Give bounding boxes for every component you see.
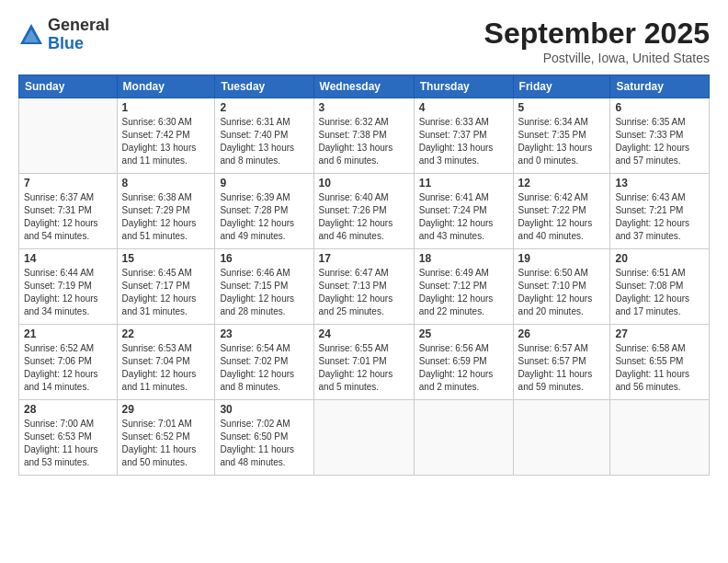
- day-detail: Sunrise: 6:47 AM Sunset: 7:13 PM Dayligh…: [319, 267, 409, 318]
- day-cell: 29Sunrise: 7:01 AM Sunset: 6:52 PM Dayli…: [117, 400, 215, 476]
- day-cell: 25Sunrise: 6:56 AM Sunset: 6:59 PM Dayli…: [414, 325, 513, 400]
- day-number: 29: [122, 403, 210, 416]
- header-wednesday: Wednesday: [313, 75, 414, 98]
- day-number: 16: [220, 252, 308, 265]
- day-detail: Sunrise: 7:00 AM Sunset: 6:53 PM Dayligh…: [24, 418, 112, 469]
- day-detail: Sunrise: 6:31 AM Sunset: 7:40 PM Dayligh…: [220, 116, 308, 167]
- day-detail: Sunrise: 6:35 AM Sunset: 7:33 PM Dayligh…: [615, 116, 704, 167]
- day-number: 25: [419, 327, 508, 340]
- day-detail: Sunrise: 6:46 AM Sunset: 7:15 PM Dayligh…: [220, 267, 308, 318]
- day-detail: Sunrise: 6:44 AM Sunset: 7:19 PM Dayligh…: [24, 267, 112, 318]
- day-cell: 17Sunrise: 6:47 AM Sunset: 7:13 PM Dayli…: [313, 249, 414, 325]
- week-row-4: 21Sunrise: 6:52 AM Sunset: 7:06 PM Dayli…: [19, 325, 710, 400]
- logo: General Blue: [18, 17, 109, 53]
- logo-blue: Blue: [48, 35, 109, 53]
- day-detail: Sunrise: 7:02 AM Sunset: 6:50 PM Dayligh…: [220, 418, 308, 469]
- day-number: 14: [24, 252, 112, 265]
- day-cell: [513, 400, 610, 476]
- day-detail: Sunrise: 6:39 AM Sunset: 7:28 PM Dayligh…: [220, 191, 308, 243]
- week-row-3: 14Sunrise: 6:44 AM Sunset: 7:19 PM Dayli…: [19, 249, 710, 325]
- header: General Blue September 2025 Postville, I…: [18, 17, 710, 65]
- day-cell: 10Sunrise: 6:40 AM Sunset: 7:26 PM Dayli…: [313, 174, 414, 249]
- day-cell: 8Sunrise: 6:38 AM Sunset: 7:29 PM Daylig…: [117, 174, 215, 249]
- day-number: 20: [615, 252, 704, 265]
- day-number: 3: [319, 101, 409, 114]
- day-cell: 20Sunrise: 6:51 AM Sunset: 7:08 PM Dayli…: [610, 249, 710, 325]
- day-number: 10: [319, 177, 409, 190]
- logo-text: General Blue: [48, 17, 109, 53]
- day-detail: Sunrise: 6:49 AM Sunset: 7:12 PM Dayligh…: [419, 267, 508, 318]
- day-number: 21: [24, 327, 112, 340]
- day-cell: 16Sunrise: 6:46 AM Sunset: 7:15 PM Dayli…: [215, 249, 313, 325]
- day-number: 7: [24, 177, 112, 190]
- day-detail: Sunrise: 6:54 AM Sunset: 7:02 PM Dayligh…: [220, 342, 308, 394]
- day-detail: Sunrise: 6:50 AM Sunset: 7:10 PM Dayligh…: [518, 267, 606, 318]
- day-cell: [19, 98, 118, 174]
- day-cell: 3Sunrise: 6:32 AM Sunset: 7:38 PM Daylig…: [313, 98, 414, 174]
- day-detail: Sunrise: 6:34 AM Sunset: 7:35 PM Dayligh…: [518, 116, 606, 167]
- day-number: 6: [615, 101, 704, 114]
- header-thursday: Thursday: [414, 75, 513, 98]
- day-number: 12: [518, 177, 606, 190]
- day-number: 28: [24, 403, 112, 416]
- day-number: 30: [220, 403, 308, 416]
- logo-icon: [18, 22, 44, 48]
- day-cell: 1Sunrise: 6:30 AM Sunset: 7:42 PM Daylig…: [117, 98, 215, 174]
- day-cell: 26Sunrise: 6:57 AM Sunset: 6:57 PM Dayli…: [513, 325, 610, 400]
- day-cell: 24Sunrise: 6:55 AM Sunset: 7:01 PM Dayli…: [313, 325, 414, 400]
- header-monday: Monday: [117, 75, 215, 98]
- day-number: 26: [518, 327, 606, 340]
- day-cell: 27Sunrise: 6:58 AM Sunset: 6:55 PM Dayli…: [610, 325, 710, 400]
- day-detail: Sunrise: 6:52 AM Sunset: 7:06 PM Dayligh…: [24, 342, 112, 394]
- title-section: September 2025 Postville, Iowa, United S…: [484, 17, 710, 65]
- calendar: SundayMondayTuesdayWednesdayThursdayFrid…: [18, 75, 710, 476]
- day-number: 13: [615, 177, 704, 190]
- day-cell: 9Sunrise: 6:39 AM Sunset: 7:28 PM Daylig…: [215, 174, 313, 249]
- day-cell: 2Sunrise: 6:31 AM Sunset: 7:40 PM Daylig…: [215, 98, 313, 174]
- day-number: 8: [122, 177, 210, 190]
- location: Postville, Iowa, United States: [484, 51, 710, 65]
- day-cell: [610, 400, 710, 476]
- day-detail: Sunrise: 6:58 AM Sunset: 6:55 PM Dayligh…: [615, 342, 704, 394]
- day-cell: 19Sunrise: 6:50 AM Sunset: 7:10 PM Dayli…: [513, 249, 610, 325]
- header-row: SundayMondayTuesdayWednesdayThursdayFrid…: [19, 75, 710, 98]
- day-number: 4: [419, 101, 508, 114]
- day-cell: 12Sunrise: 6:42 AM Sunset: 7:22 PM Dayli…: [513, 174, 610, 249]
- day-detail: Sunrise: 6:41 AM Sunset: 7:24 PM Dayligh…: [419, 191, 508, 243]
- day-cell: 7Sunrise: 6:37 AM Sunset: 7:31 PM Daylig…: [19, 174, 118, 249]
- week-row-2: 7Sunrise: 6:37 AM Sunset: 7:31 PM Daylig…: [19, 174, 710, 249]
- day-number: 24: [319, 327, 409, 340]
- day-number: 27: [615, 327, 704, 340]
- header-tuesday: Tuesday: [215, 75, 313, 98]
- logo-general: General: [48, 17, 109, 35]
- day-detail: Sunrise: 6:55 AM Sunset: 7:01 PM Dayligh…: [319, 342, 409, 394]
- day-detail: Sunrise: 6:38 AM Sunset: 7:29 PM Dayligh…: [122, 191, 210, 243]
- day-number: 2: [220, 101, 308, 114]
- day-cell: 14Sunrise: 6:44 AM Sunset: 7:19 PM Dayli…: [19, 249, 118, 325]
- calendar-header: SundayMondayTuesdayWednesdayThursdayFrid…: [19, 75, 710, 98]
- day-number: 9: [220, 177, 308, 190]
- day-cell: 15Sunrise: 6:45 AM Sunset: 7:17 PM Dayli…: [117, 249, 215, 325]
- day-number: 5: [518, 101, 606, 114]
- day-detail: Sunrise: 6:42 AM Sunset: 7:22 PM Dayligh…: [518, 191, 606, 243]
- day-number: 18: [419, 252, 508, 265]
- day-cell: 22Sunrise: 6:53 AM Sunset: 7:04 PM Dayli…: [117, 325, 215, 400]
- day-detail: Sunrise: 6:43 AM Sunset: 7:21 PM Dayligh…: [615, 191, 704, 243]
- header-friday: Friday: [513, 75, 610, 98]
- day-number: 17: [319, 252, 409, 265]
- day-cell: 18Sunrise: 6:49 AM Sunset: 7:12 PM Dayli…: [414, 249, 513, 325]
- day-cell: [313, 400, 414, 476]
- day-cell: 21Sunrise: 6:52 AM Sunset: 7:06 PM Dayli…: [19, 325, 118, 400]
- day-number: 11: [419, 177, 508, 190]
- day-cell: 4Sunrise: 6:33 AM Sunset: 7:37 PM Daylig…: [414, 98, 513, 174]
- calendar-body: 1Sunrise: 6:30 AM Sunset: 7:42 PM Daylig…: [19, 98, 710, 476]
- day-detail: Sunrise: 6:51 AM Sunset: 7:08 PM Dayligh…: [615, 267, 704, 318]
- day-detail: Sunrise: 6:45 AM Sunset: 7:17 PM Dayligh…: [122, 267, 210, 318]
- day-cell: 28Sunrise: 7:00 AM Sunset: 6:53 PM Dayli…: [19, 400, 118, 476]
- day-detail: Sunrise: 6:56 AM Sunset: 6:59 PM Dayligh…: [419, 342, 508, 394]
- week-row-5: 28Sunrise: 7:00 AM Sunset: 6:53 PM Dayli…: [19, 400, 710, 476]
- day-number: 15: [122, 252, 210, 265]
- day-cell: 5Sunrise: 6:34 AM Sunset: 7:35 PM Daylig…: [513, 98, 610, 174]
- day-detail: Sunrise: 6:57 AM Sunset: 6:57 PM Dayligh…: [518, 342, 606, 394]
- day-cell: 23Sunrise: 6:54 AM Sunset: 7:02 PM Dayli…: [215, 325, 313, 400]
